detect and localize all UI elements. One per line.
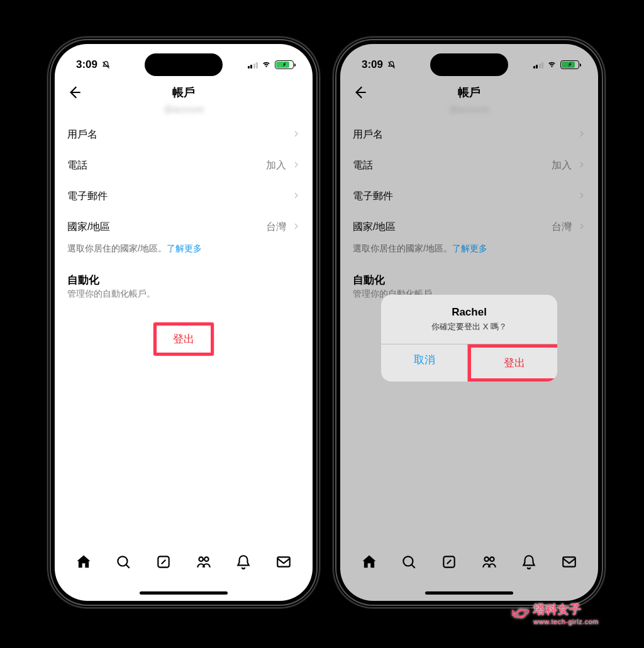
country-hint-text: 選取你居住的國家/地區。 — [67, 243, 167, 253]
username-label: 用戶名 — [67, 128, 97, 141]
clock: 3:09 — [76, 58, 97, 71]
svg-point-3 — [204, 557, 209, 561]
automation-subtitle: 管理你的自動化帳戶。 — [55, 288, 313, 306]
watermark: 塔科女子 www.tech-girlz.com — [511, 601, 599, 625]
phone-right: 3:09 ⚡︎ 帳戶 @accou — [333, 36, 606, 608]
back-button[interactable] — [66, 84, 82, 101]
logout-alert: Rachel 你確定要登出 X 嗎？ 取消 登出 — [381, 295, 557, 382]
phone-label: 電話 — [67, 159, 87, 172]
country-value: 台灣 — [266, 221, 286, 234]
automation-title[interactable]: 自動化 — [55, 264, 313, 288]
row-username[interactable]: 用戶名 — [55, 119, 313, 150]
screen-left: 3:09 ⚡︎ 帳戶 @accou — [55, 44, 313, 601]
page-title: 帳戶 — [172, 85, 195, 100]
alert-title: Rachel — [381, 295, 557, 321]
svg-rect-4 — [277, 557, 290, 566]
chevron-right-icon — [292, 190, 300, 203]
home-indicator[interactable] — [140, 591, 228, 595]
page-header: 帳戶 — [55, 78, 313, 107]
row-phone[interactable]: 電話 加入 — [55, 150, 313, 181]
svg-point-0 — [118, 556, 128, 566]
learn-more-link[interactable]: 了解更多 — [167, 243, 202, 253]
row-country[interactable]: 國家/地區 台灣 — [55, 212, 313, 243]
mute-icon — [101, 60, 111, 70]
tab-search[interactable] — [114, 553, 132, 571]
tab-notifications[interactable] — [235, 553, 252, 571]
tab-home[interactable] — [75, 553, 92, 571]
tab-messages[interactable] — [275, 553, 292, 571]
watermark-url: www.tech-girlz.com — [533, 618, 599, 625]
battery-icon: ⚡︎ — [275, 60, 294, 69]
alert-confirm-button[interactable]: 登出 — [468, 344, 557, 382]
screen-right: 3:09 ⚡︎ 帳戶 @accou — [340, 44, 598, 601]
svg-point-2 — [199, 557, 203, 561]
logout-button[interactable]: 登出 — [153, 322, 214, 356]
chevron-right-icon — [292, 129, 300, 141]
alert-message: 你確定要登出 X 嗎？ — [381, 321, 557, 344]
cellular-icon — [248, 61, 258, 69]
chevron-right-icon — [292, 160, 300, 172]
chevron-right-icon — [292, 221, 300, 234]
watermark-name: 塔科女子 — [533, 603, 581, 616]
tab-compose[interactable] — [155, 553, 172, 571]
alert-cancel-button[interactable]: 取消 — [381, 344, 468, 382]
dynamic-island — [145, 53, 223, 76]
phone-left: 3:09 ⚡︎ 帳戶 @accou — [47, 36, 320, 608]
email-label: 電子郵件 — [67, 190, 108, 203]
row-email[interactable]: 電子郵件 — [55, 181, 313, 212]
alert-backdrop: Rachel 你確定要登出 X 嗎？ 取消 登出 — [340, 44, 598, 601]
country-label: 國家/地區 — [67, 221, 110, 234]
page-subtitle: @account — [55, 104, 313, 114]
wifi-icon — [261, 58, 272, 71]
country-hint: 選取你居住的國家/地區。了解更多 — [55, 243, 313, 264]
tab-communities[interactable] — [195, 553, 213, 571]
dynamic-island — [430, 53, 508, 76]
phone-value: 加入 — [266, 159, 286, 172]
